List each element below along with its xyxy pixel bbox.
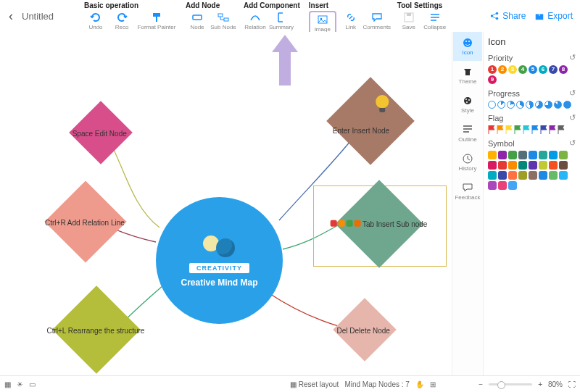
side-feedback[interactable]: Feedback <box>453 177 482 206</box>
svg-rect-4 <box>224 18 228 21</box>
symbol-19[interactable] <box>518 171 527 180</box>
status-icon-1[interactable]: ▦ <box>4 380 11 388</box>
side-outline[interactable]: Outline <box>453 119 482 148</box>
hand-tool[interactable]: ✋ <box>415 380 424 388</box>
symbol-16[interactable] <box>488 171 497 180</box>
flag-6[interactable] <box>540 125 547 134</box>
progress-7[interactable] <box>554 101 562 109</box>
progress-3[interactable] <box>516 101 524 109</box>
priority-5[interactable]: 5 <box>529 65 537 74</box>
lightbulb-icon <box>374 95 390 115</box>
sub-node-button[interactable]: Sub Node <box>212 11 235 30</box>
symbol-8[interactable] <box>488 161 497 170</box>
priority-9[interactable]: 9 <box>488 75 497 84</box>
back-button[interactable]: ‹ <box>0 0 22 32</box>
symbol-7[interactable] <box>559 151 568 159</box>
progress-5[interactable] <box>535 101 543 109</box>
progress-4[interactable] <box>526 101 534 109</box>
save-button[interactable]: Save <box>397 11 420 30</box>
flag-7[interactable] <box>549 125 556 134</box>
symbol-21[interactable] <box>539 171 547 180</box>
document-title[interactable]: Untitled <box>22 0 80 32</box>
symbol-23[interactable] <box>559 171 568 180</box>
export-button[interactable]: Export <box>534 11 573 21</box>
node-enter-insert[interactable]: Enter Insert Node <box>326 77 415 165</box>
symbol-20[interactable] <box>529 171 537 180</box>
priority-6[interactable]: 6 <box>539 65 547 74</box>
reset-symbol[interactable]: ↺ <box>569 138 576 148</box>
side-history[interactable]: History <box>453 148 482 177</box>
symbol-9[interactable] <box>498 161 507 170</box>
center-node[interactable]: CREATIVITY Creative Mind Map <box>156 197 283 324</box>
flag-8[interactable] <box>558 125 565 134</box>
zoom-out[interactable]: − <box>478 380 483 388</box>
layout-tool[interactable]: ⊞ <box>430 380 436 388</box>
center-title: Creative Mind Map <box>181 278 257 288</box>
symbol-0[interactable] <box>488 151 497 159</box>
priority-1[interactable]: 1 <box>488 65 497 74</box>
node-button[interactable]: Node <box>186 11 209 30</box>
symbol-4[interactable] <box>529 151 537 159</box>
symbol-13[interactable] <box>539 161 547 170</box>
reset-progress[interactable]: ↺ <box>569 88 576 98</box>
group-add-node: Add Node Node Sub Node <box>181 0 239 32</box>
status-icon-3[interactable]: ▭ <box>29 380 36 388</box>
priority-3[interactable]: 3 <box>508 65 517 74</box>
section-flag-label: Flag <box>488 114 503 122</box>
side-theme[interactable]: Theme <box>453 61 482 90</box>
symbol-6[interactable] <box>549 151 558 159</box>
progress-2[interactable] <box>507 101 515 109</box>
fullscreen-button[interactable]: ⛶ <box>568 380 576 388</box>
side-icon[interactable]: Icon <box>453 32 482 61</box>
symbol-3[interactable] <box>518 151 527 159</box>
symbol-22[interactable] <box>549 171 558 180</box>
relation-button[interactable]: Relation <box>244 11 267 30</box>
symbol-26[interactable] <box>508 181 517 190</box>
symbol-25[interactable] <box>498 181 507 190</box>
symbol-18[interactable] <box>508 171 517 180</box>
zoom-in[interactable]: + <box>538 380 542 388</box>
priority-4[interactable]: 4 <box>518 65 527 74</box>
symbol-11[interactable] <box>518 161 527 170</box>
zoom-slider[interactable] <box>489 383 532 385</box>
flag-4[interactable] <box>523 125 530 134</box>
priority-2[interactable]: 2 <box>498 65 507 74</box>
reset-flag[interactable]: ↺ <box>569 113 576 122</box>
symbol-12[interactable] <box>529 161 537 170</box>
share-button[interactable]: Share <box>489 11 526 21</box>
side-style[interactable]: Style <box>453 90 482 119</box>
progress-8[interactable] <box>563 101 571 109</box>
progress-6[interactable] <box>544 101 552 109</box>
symbol-17[interactable] <box>498 171 507 180</box>
flag-0[interactable] <box>488 125 495 134</box>
collapse-button[interactable]: Collapse <box>423 11 447 30</box>
node-space-edit[interactable]: Space Edit Node <box>69 101 133 164</box>
symbol-1[interactable] <box>498 151 507 159</box>
status-icon-2[interactable]: ☀ <box>17 380 23 388</box>
format-painter-button[interactable]: Format Painter <box>136 11 177 30</box>
symbol-14[interactable] <box>549 161 558 170</box>
progress-0[interactable] <box>488 101 496 109</box>
svg-point-15 <box>468 99 470 101</box>
reset-priority[interactable]: ↺ <box>569 53 576 62</box>
flag-5[interactable] <box>531 125 539 134</box>
node-del-delete[interactable]: Del Delete Node <box>333 298 397 362</box>
mindmap-canvas[interactable]: Space Edit Node Ctrl+R Add Relation Line… <box>0 32 453 376</box>
progress-1[interactable] <box>497 101 505 109</box>
reset-layout-button[interactable]: ▦ Reset layout <box>290 380 339 388</box>
flag-2[interactable] <box>505 125 513 134</box>
symbol-24[interactable] <box>488 181 497 190</box>
undo-button[interactable]: Undo <box>84 11 107 30</box>
symbol-10[interactable] <box>508 161 517 170</box>
node-add-relation[interactable]: Ctrl+R Add Relation Line <box>44 180 126 262</box>
priority-8[interactable]: 8 <box>559 65 568 74</box>
flag-1[interactable] <box>497 125 504 134</box>
symbol-2[interactable] <box>508 151 517 159</box>
node-rearrange[interactable]: Ctrl+L Rearrange the structure <box>52 285 141 374</box>
priority-7[interactable]: 7 <box>549 65 558 74</box>
redo-button[interactable]: Reco <box>110 11 133 30</box>
symbol-5[interactable] <box>539 151 547 159</box>
summary-button[interactable]: Summary <box>270 11 293 30</box>
symbol-15[interactable] <box>559 161 568 170</box>
flag-3[interactable] <box>514 125 521 134</box>
